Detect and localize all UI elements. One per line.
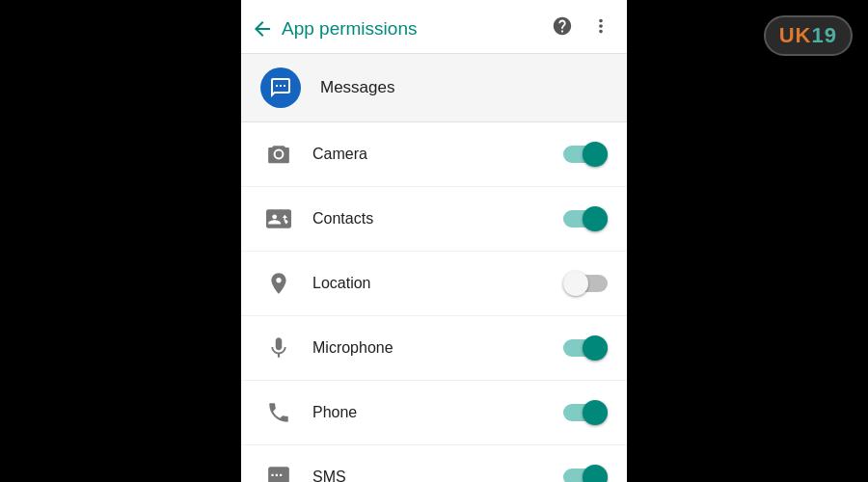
sms-toggle-thumb [583,465,608,482]
permission-rows: CameraContactsLocationMicrophonePhoneSMS… [241,122,627,482]
page-title: App permissions [282,18,552,40]
location-label: Location [312,275,563,292]
contacts-label: Contacts [312,210,563,228]
phone-frame: App permissions Messages [241,0,627,482]
help-button[interactable] [552,15,573,41]
watermark-part2: 19 [812,23,837,47]
phone-toggle[interactable] [563,400,608,425]
microphone-label: Microphone [312,339,563,357]
watermark: UK19 [764,15,853,56]
microphone-icon [260,330,297,366]
back-button[interactable] [251,17,274,40]
permission-row-contacts[interactable]: Contacts [241,187,627,252]
camera-icon [260,136,297,173]
phone-toggle-thumb [583,400,608,425]
app-name: Messages [320,78,394,97]
sms-toggle[interactable] [563,465,608,482]
permission-row-location[interactable]: Location [241,252,627,316]
permission-row-sms[interactable]: SMS [241,445,627,482]
top-bar: App permissions [241,0,627,54]
microphone-toggle-thumb [583,335,608,361]
location-icon [260,265,297,302]
sms-label: SMS [312,469,563,482]
phone-label: Phone [312,404,563,421]
permission-list: Messages CameraContactsLocationMicrophon… [241,54,627,482]
camera-label: Camera [312,146,563,163]
app-header-row: Messages [241,54,627,122]
camera-toggle[interactable] [563,142,608,167]
more-options-button[interactable] [590,15,611,41]
watermark-part1: UK [779,23,812,47]
sms-icon [260,459,297,482]
contacts-icon [260,201,297,237]
location-toggle-thumb [563,271,588,296]
app-icon [260,67,301,108]
contacts-toggle-thumb [583,206,608,231]
contacts-toggle[interactable] [563,206,608,231]
permission-row-microphone[interactable]: Microphone [241,316,627,381]
phone-icon [260,394,297,431]
top-actions [552,15,611,41]
location-toggle[interactable] [563,271,608,296]
permission-row-camera[interactable]: Camera [241,122,627,187]
permission-row-phone[interactable]: Phone [241,381,627,445]
camera-toggle-thumb [583,142,608,167]
microphone-toggle[interactable] [563,335,608,361]
